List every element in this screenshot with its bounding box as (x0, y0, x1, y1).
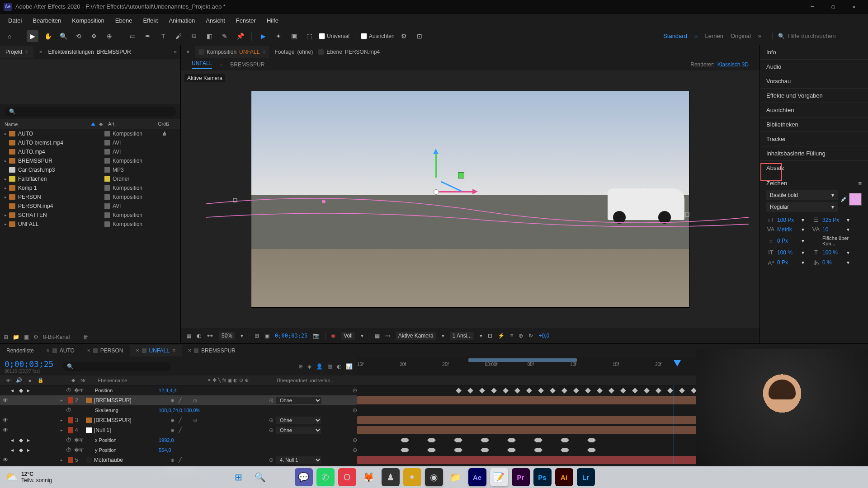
viewer-prev[interactable]: × (186, 49, 189, 55)
project-item[interactable]: ▸Komp 1Komposition (0, 183, 180, 192)
taskbar-app2[interactable]: ✦ (403, 468, 421, 486)
label-column-icon[interactable]: ◆ (70, 377, 77, 383)
type-tool[interactable]: T (157, 30, 169, 42)
toggle-transparency[interactable]: ◐ (197, 333, 201, 339)
fill-swatch[interactable] (849, 193, 862, 206)
menu-hilfe[interactable]: Hilfe (262, 15, 283, 26)
kerning-value[interactable]: Metrik (777, 226, 800, 233)
project-item[interactable]: PERSON.mp4AVI (0, 202, 180, 211)
vscale-value[interactable]: 100 % (777, 249, 800, 256)
taskbar-teams[interactable]: 💬 (295, 468, 313, 486)
panel-effekte-und-vorgaben[interactable]: Effekte und Vorgaben (760, 89, 868, 103)
panel-tracker[interactable]: Tracker (760, 132, 868, 146)
timeline-tab-bremsspur[interactable]: ×BREMSSPUR (182, 345, 242, 357)
zoom-dropdown[interactable]: 50% (219, 332, 235, 340)
view-axis-tool[interactable]: ▣ (288, 30, 300, 42)
pixel-aspect-icon[interactable]: ⊡ (488, 333, 492, 339)
project-list[interactable]: ▸AUTOKomposition⋔AUTO bremst.mp4AVIAUTO.… (0, 129, 180, 330)
project-item[interactable]: ▸BREMSSPURKomposition (0, 156, 180, 165)
selection-tool[interactable]: ▶ (27, 30, 38, 42)
comp-flowchart-icon[interactable]: ⊕ (519, 333, 523, 339)
timeline-tab-unfall[interactable]: ×UNFALL ≡ (130, 345, 182, 357)
project-item[interactable]: ▸FarbflächenOrdner (0, 174, 180, 183)
project-tab[interactable]: Projekt≡ (0, 46, 33, 58)
world-axis-tool[interactable]: ✦ (273, 30, 284, 42)
taskbar-start[interactable]: ⊞ (230, 468, 248, 486)
reset-exposure-icon[interactable]: ↻ (528, 333, 533, 339)
panel-audio[interactable]: Audio (760, 60, 868, 74)
motion-blur-icon[interactable]: ◐ (337, 363, 341, 370)
snap-options2[interactable]: ⊡ (414, 30, 425, 42)
taskbar-explorer[interactable]: 📁 (447, 468, 465, 486)
tl-icon-1[interactable]: ⊕ (298, 363, 303, 370)
home-tool[interactable]: ⌂ (4, 30, 15, 42)
menu-komposition[interactable]: Komposition (67, 15, 109, 26)
project-item[interactable]: AUTO.mp4AVI (0, 147, 180, 156)
col-name[interactable]: Name (5, 122, 18, 127)
comp-mini-flow-second[interactable]: BREMSSPUR (230, 61, 264, 68)
resolution-dropdown[interactable]: Voll (341, 332, 355, 340)
panel-info[interactable]: Info (760, 45, 868, 60)
weather-widget[interactable]: ⛅ 12°CTeilw. sonnig (5, 471, 52, 483)
roto-tool[interactable]: ✎ (219, 30, 231, 42)
hand-tool[interactable]: ✋ (42, 30, 54, 42)
axis-tool-4[interactable]: ⬚ (303, 30, 315, 42)
grid-icon[interactable]: ▦ (375, 333, 380, 339)
composition-canvas[interactable] (251, 91, 689, 308)
brush-tool[interactable]: 🖌 (173, 30, 184, 42)
anchor-tool[interactable]: ⊕ (104, 30, 115, 42)
work-area[interactable] (468, 358, 577, 362)
stroke-width-value[interactable]: 0 Px (777, 238, 800, 244)
pen-tool[interactable]: ✒ (142, 30, 154, 42)
taskbar-firefox[interactable]: 🦊 (360, 468, 378, 486)
roi-icon[interactable]: ▣ (264, 333, 269, 339)
eraser-tool[interactable]: ◧ (203, 30, 215, 42)
panel-overflow[interactable]: » (170, 49, 180, 55)
project-item[interactable]: Car Crash.mp3MP3 (0, 165, 180, 174)
comp-mini-flow-active[interactable]: UNFALL (192, 60, 212, 69)
project-search[interactable]: 🔍 (5, 107, 176, 117)
project-item[interactable]: ▸AUTOKomposition⋔ (0, 129, 180, 138)
eyedropper-icon[interactable]: 💉 (840, 196, 847, 202)
taskbar-notepad[interactable]: 📝 (490, 468, 508, 486)
project-item[interactable]: AUTO bremst.mp4AVI (0, 138, 180, 147)
taskbar-ae[interactable]: Ae (468, 468, 486, 486)
workspace-lernen[interactable]: Lernen (705, 33, 723, 39)
project-item[interactable]: ▸SCHATTENKomposition (0, 211, 180, 220)
alpha-toggle[interactable]: ▦ (186, 333, 191, 339)
fast-preview-icon[interactable]: ⚡ (498, 333, 505, 339)
workspace-original[interactable]: Original (731, 33, 751, 39)
clone-tool[interactable]: ⧉ (188, 30, 200, 42)
timeline-icon[interactable]: ≡ (510, 333, 513, 339)
baseline-value[interactable]: 0 Px (777, 259, 800, 266)
graph-editor-icon[interactable]: 📊 (346, 363, 353, 370)
camera-dropdown[interactable]: Aktive Kamera (396, 332, 436, 340)
tracking-value[interactable]: 10 (822, 226, 845, 233)
ausrichten-checkbox[interactable]: Ausrichten (361, 33, 395, 39)
current-time-indicator[interactable] (674, 360, 681, 366)
universal-checkbox[interactable]: Universal (319, 33, 349, 39)
project-item[interactable]: ▸PERSONKomposition (0, 192, 180, 202)
snap-options[interactable]: ⚙ (398, 30, 410, 42)
maximize-button[interactable]: ▢ (823, 0, 844, 14)
audio-column-icon[interactable]: 🔊 (15, 377, 23, 383)
viewer-tab-comp[interactable]: Komposition UNFALL ≡ (195, 46, 269, 58)
taskbar-opera[interactable]: O (338, 468, 356, 486)
col-layername[interactable]: Ebenenname (98, 378, 179, 383)
taskbar-obs[interactable]: ◉ (425, 468, 443, 486)
timeline-tab-person[interactable]: ×PERSON (81, 345, 130, 357)
timeline-tab-auto[interactable]: ×AUTO (40, 345, 81, 357)
taskbar-taskview[interactable]: ▭ (273, 468, 291, 486)
panel-bibliotheken[interactable]: Bibliotheken (760, 117, 868, 132)
col-parent[interactable]: Übergeordnet und verkn... (277, 378, 353, 383)
tl-icon-2[interactable]: ◈ (307, 363, 311, 370)
stroke-mode-dropdown[interactable]: Fläche über Kon... (822, 235, 855, 246)
guides-icon[interactable]: ▭ (385, 333, 390, 339)
mask-toggle[interactable]: 👓 (207, 333, 213, 339)
taskbar-whatsapp[interactable]: ✆ (316, 468, 335, 486)
menu-datei[interactable]: Datei (4, 15, 26, 26)
help-search-input[interactable] (788, 33, 864, 39)
adjust-icon[interactable]: ⚙ (33, 334, 38, 340)
renderer-value[interactable]: Klassisch 3D (717, 61, 749, 68)
new-comp-icon[interactable]: ▣ (24, 334, 29, 340)
